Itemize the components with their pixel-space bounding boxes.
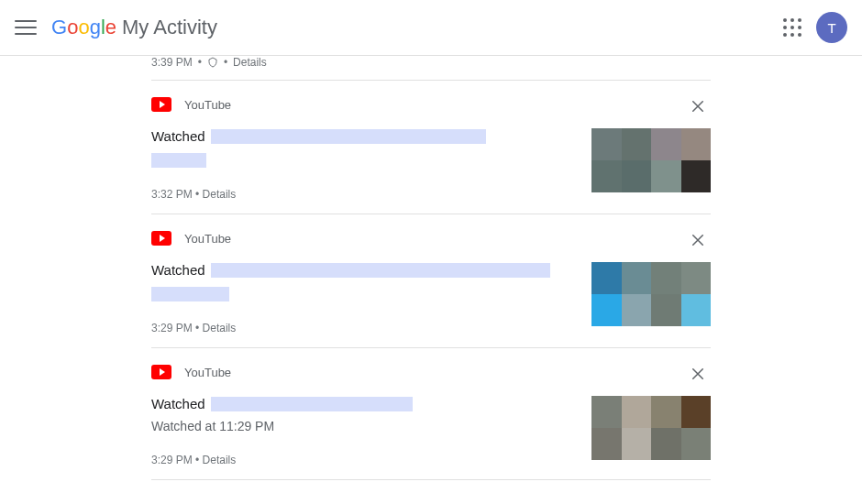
watched-at-text: Watched at 11:29 PM [151,419,573,433]
activity-item: YouTube Watched Watched at 11:29 PM 3:29… [151,348,711,479]
delete-button[interactable] [685,227,711,253]
service-name: YouTube [184,98,231,112]
activity-item: YouTube Watched 3:29 PM • Details [151,214,711,347]
delete-button[interactable] [685,93,711,119]
google-logo: Google [51,16,116,39]
delete-button[interactable] [685,361,711,387]
activity-item: YouTube Watched 3:32 PM • Details [151,81,711,214]
avatar-initial: T [827,20,835,36]
shield-icon [207,57,218,68]
previous-item-meta: 3:39 PM • • Details [151,56,711,80]
redacted-title[interactable] [211,129,486,144]
previous-item-time: 3:39 PM [151,56,193,69]
details-link[interactable]: Details [203,322,237,334]
logo[interactable]: Google My Activity [51,16,217,39]
menu-icon[interactable] [15,16,37,38]
app-title: My Activity [122,16,217,39]
youtube-icon [151,97,171,112]
youtube-icon [151,365,171,379]
watched-label: Watched [151,262,205,278]
account-avatar[interactable]: T [816,12,847,43]
apps-icon[interactable] [783,18,801,37]
redacted-title[interactable] [211,263,550,278]
app-header: Google My Activity T [0,0,862,56]
thumbnail[interactable] [591,396,711,460]
thumbnail[interactable] [591,128,711,192]
item-time: 3:29 PM [151,322,193,334]
service-name: YouTube [184,366,231,379]
divider [151,479,711,480]
youtube-icon [151,231,171,246]
watched-label: Watched [151,128,205,144]
item-time: 3:29 PM [151,454,193,466]
details-link[interactable]: Details [233,56,267,69]
details-link[interactable]: Details [203,188,237,201]
redacted-channel[interactable] [151,287,229,301]
redacted-channel[interactable] [151,153,206,168]
redacted-title[interactable] [211,397,413,411]
activity-list: 3:39 PM • • Details YouTube Watched [151,56,711,480]
thumbnail[interactable] [591,262,711,326]
watched-label: Watched [151,396,205,411]
service-name: YouTube [184,232,231,246]
details-link[interactable]: Details [203,454,237,466]
item-time: 3:32 PM [151,188,193,201]
